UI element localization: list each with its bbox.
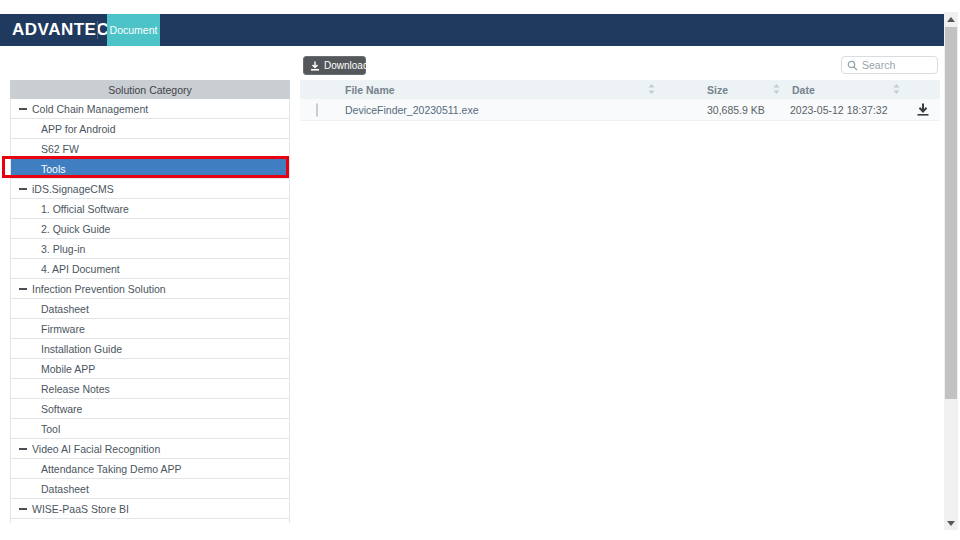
file-table-header: File Name Size Date xyxy=(300,80,940,99)
sidebar-item-infection-prevention-solution[interactable]: Infection Prevention Solution xyxy=(11,279,289,299)
sidebar-item-label: Infection Prevention Solution xyxy=(32,283,166,295)
sidebar-item-s62-fw[interactable]: S62 FW xyxy=(11,139,289,159)
download-icon xyxy=(310,61,320,71)
column-header-date[interactable]: Date xyxy=(785,84,905,96)
sidebar-item-release-notes[interactable]: Release Notes xyxy=(11,379,289,399)
sidebar-item-label: Tool xyxy=(41,423,60,435)
search-box[interactable] xyxy=(841,56,938,74)
sidebar-item-installation-guide[interactable]: Installation Guide xyxy=(11,339,289,359)
sidebar-item-wise-paas-store-bi[interactable]: WISE-PaaS Store BI xyxy=(11,499,289,519)
sidebar-item-tools[interactable]: Tools xyxy=(11,159,289,179)
table-row: DeviceFinder_20230511.exe30,685.9 KB2023… xyxy=(300,99,940,121)
sidebar-item-label: 3. Plug-in xyxy=(41,243,85,255)
sidebar-item-label: Release Notes xyxy=(41,383,110,395)
sidebar-item-label: Video AI Facial Recognition xyxy=(32,443,160,455)
file-size: 30,685.9 KB xyxy=(700,104,785,116)
sidebar-item-label: Installation Guide xyxy=(41,343,122,355)
sidebar-item-label: 2. Quick Guide xyxy=(41,223,110,235)
sidebar-item-label: Datasheet xyxy=(41,483,89,495)
file-table-body: DeviceFinder_20230511.exe30,685.9 KB2023… xyxy=(300,99,940,121)
column-label-file-name: File Name xyxy=(345,84,395,96)
file-date: 2023-05-12 18:37:32 xyxy=(785,104,905,116)
sort-icon[interactable] xyxy=(773,84,780,96)
collapse-minus-icon[interactable] xyxy=(19,288,27,290)
sidebar-item-label: 4. API Document xyxy=(41,263,120,275)
sidebar-item-2-quick-guide[interactable]: 2. Quick Guide xyxy=(11,219,289,239)
sort-icon[interactable] xyxy=(648,84,655,96)
sort-icon[interactable] xyxy=(893,84,900,96)
advantech-logo: ADVANTECH xyxy=(12,20,122,40)
sidebar-item-mobile-app[interactable]: Mobile APP xyxy=(11,359,289,379)
vertical-scrollbar[interactable] xyxy=(944,12,958,530)
sidebar-item-tool[interactable]: Tool xyxy=(11,419,289,439)
solution-category-list: Cold Chain ManagementAPP for AndroidS62 … xyxy=(10,99,290,523)
sidebar-item-app-for-android[interactable]: APP for Android xyxy=(11,119,289,139)
nav-divider xyxy=(97,21,98,39)
sidebar-item-label: iDS.SignageCMS xyxy=(32,183,114,195)
scroll-up-button[interactable] xyxy=(944,12,958,26)
search-icon xyxy=(847,60,858,71)
column-header-file-name[interactable]: File Name xyxy=(340,84,700,96)
arrow-down-icon xyxy=(947,521,955,526)
solution-category-header: Solution Category xyxy=(10,80,290,99)
sidebar-item-cold-chain-management[interactable]: Cold Chain Management xyxy=(11,99,289,119)
sidebar-item-ids-signagecms[interactable]: iDS.SignageCMS xyxy=(11,179,289,199)
sidebar-item-label: WISE-PaaS Store BI xyxy=(32,503,129,515)
top-navbar: ADVANTECH Document xyxy=(0,14,944,46)
sidebar-item-attendance-taking-demo-app[interactable]: Attendance Taking Demo APP xyxy=(11,459,289,479)
scroll-down-button[interactable] xyxy=(944,516,958,530)
file-table: File Name Size Date xyxy=(300,80,940,121)
sidebar-item-3-plug-in[interactable]: 3. Plug-in xyxy=(11,239,289,259)
collapse-minus-icon[interactable] xyxy=(19,508,27,510)
download-icon xyxy=(916,103,930,116)
scrollbar-thumb[interactable] xyxy=(945,27,957,399)
sidebar-item-label: Tools xyxy=(41,163,66,175)
sidebar-item-label: Software xyxy=(41,403,82,415)
sidebar-item-datasheet[interactable]: Datasheet xyxy=(11,479,289,499)
sidebar-item-video-ai-facial-recognition[interactable]: Video AI Facial Recognition xyxy=(11,439,289,459)
column-header-size[interactable]: Size xyxy=(700,84,785,96)
collapse-minus-icon[interactable] xyxy=(19,108,27,110)
sidebar-item-label: Mobile APP xyxy=(41,363,95,375)
sidebar-item-label: Firmware xyxy=(41,323,85,335)
sidebar-item-software[interactable]: Software xyxy=(11,399,289,419)
row-download-button[interactable] xyxy=(905,103,940,116)
tab-document[interactable]: Document xyxy=(107,14,160,46)
sidebar-item-label: Datasheet xyxy=(41,303,89,315)
collapse-minus-icon[interactable] xyxy=(19,188,27,190)
sidebar-item-label: S62 FW xyxy=(41,143,79,155)
row-checkbox[interactable] xyxy=(316,103,318,117)
sidebar-item-label: Attendance Taking Demo APP xyxy=(41,463,181,475)
sidebar-item-1-official-software[interactable]: 1. Official Software xyxy=(11,199,289,219)
column-label-size: Size xyxy=(707,84,728,96)
sidebar-item-label: APP for Android xyxy=(41,123,116,135)
arrow-up-icon xyxy=(947,17,955,22)
file-name-link[interactable]: DeviceFinder_20230511.exe xyxy=(340,104,700,116)
search-input[interactable] xyxy=(862,59,932,71)
sidebar-item-label: 1. Official Software xyxy=(41,203,129,215)
sidebar-item-firmware[interactable]: Firmware xyxy=(11,319,289,339)
sidebar-item-4-api-document[interactable]: 4. API Document xyxy=(11,259,289,279)
column-label-date: Date xyxy=(792,84,815,96)
download-button[interactable]: Download xyxy=(303,56,366,75)
download-button-label: Download xyxy=(324,60,368,71)
sidebar-item-datasheet[interactable]: Datasheet xyxy=(11,299,289,319)
sidebar-item-label: Cold Chain Management xyxy=(32,103,148,115)
collapse-minus-icon[interactable] xyxy=(19,448,27,450)
